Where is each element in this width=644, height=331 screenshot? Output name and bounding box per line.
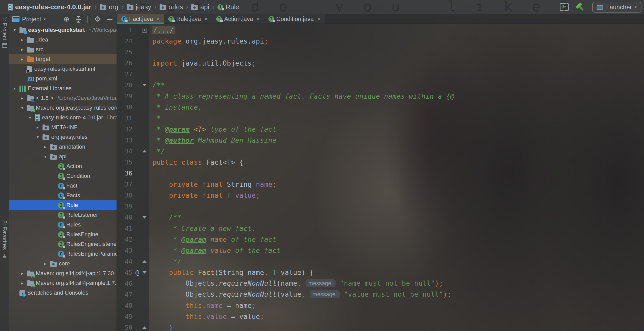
fold-marker-icon[interactable] xyxy=(141,84,148,86)
launcher-button[interactable]: Launcher ▾ xyxy=(592,2,641,13)
breadcrumb-item-rules[interactable]: rules xyxy=(160,3,183,11)
breadcrumb-item-rule[interactable]: IRule xyxy=(217,3,239,11)
tree-item-core[interactable]: ▸core xyxy=(9,259,117,268)
chevron-collapsed-icon[interactable]: ▸ xyxy=(19,37,25,43)
tool-button-project[interactable]: 1: Project xyxy=(0,16,9,48)
token-kw: this xyxy=(185,313,202,320)
tree-item-extra: ~/Workspace/easy-rules-q xyxy=(89,27,117,33)
chevron-down-icon[interactable]: ▾ xyxy=(44,17,46,22)
tab-condition-java[interactable]: ICondition.java× xyxy=(264,14,325,24)
close-tab-icon[interactable]: × xyxy=(317,15,321,23)
chevron-collapsed-icon[interactable]: ▸ xyxy=(19,47,25,52)
run-window-icon[interactable] xyxy=(560,3,569,11)
chevron-collapsed-icon[interactable]: ▸ xyxy=(35,125,40,130)
breadcrumb-item-easy-rules-core-4-0-0-jar[interactable]: easy-rules-core-4.0.0.jar xyxy=(8,3,91,11)
settings-gear-icon[interactable]: ⚙ xyxy=(94,16,101,23)
tree-item-easy-rules-quickstart-iml[interactable]: easy-rules-quickstart.iml xyxy=(9,64,117,74)
chevron-collapsed-icon[interactable]: ▸ xyxy=(19,96,25,101)
token-kw: ); xyxy=(443,291,451,298)
tool-button-favorites[interactable]: 2: Favorites ★ xyxy=(0,220,9,260)
tree-item-rulesengineparameters[interactable]: CRulesEngineParameters xyxy=(9,249,117,259)
tree-item-scratches-and-consoles[interactable]: Scratches and Consoles xyxy=(9,288,117,298)
breadcrumb-item-jeasy[interactable]: jeasy xyxy=(127,3,151,11)
close-tab-icon[interactable]: × xyxy=(204,15,208,23)
chevron-collapsed-icon[interactable]: ▸ xyxy=(43,261,48,266)
tab-rule-java[interactable]: IRule.java× xyxy=(164,14,212,24)
token-kw: final xyxy=(202,192,223,199)
breadcrumb-item-org[interactable]: org xyxy=(100,3,118,11)
tree-item-rules[interactable]: CRules xyxy=(9,220,117,230)
chevron-expanded-icon[interactable]: ▾ xyxy=(19,105,25,111)
token-pl: Fact< xyxy=(202,159,227,166)
tree-item-maven-org-slf4j-slf4j-simple-1-7-30[interactable]: ▸Maven: org.slf4j:slf4j-simple:1.7.30 xyxy=(9,278,117,288)
chevron-collapsed-icon[interactable]: ▸ xyxy=(19,271,25,276)
gutter-cell: 1+ xyxy=(117,25,149,36)
chevron-expanded-icon[interactable]: ▾ xyxy=(12,27,17,33)
tree-item-action[interactable]: IAction xyxy=(9,161,117,171)
chevron-collapsed-icon[interactable]: ▸ xyxy=(43,144,48,150)
project-panel-title[interactable]: Project xyxy=(22,16,41,23)
fold-marker-icon[interactable] xyxy=(141,150,148,152)
tab-label: Condition.java xyxy=(276,16,314,23)
token-typ: T xyxy=(227,192,231,199)
gutter-cell: 32 xyxy=(117,124,149,135)
tree-item-rulesengine[interactable]: IRulesEngine xyxy=(9,230,117,239)
tree-item-external-libraries[interactable]: ▾External Libraries xyxy=(9,84,117,93)
token-meth: Fact xyxy=(198,269,215,276)
hide-panel-icon[interactable] xyxy=(107,19,112,20)
chevron-expanded-icon[interactable]: ▾ xyxy=(12,86,17,91)
collapse-all-icon[interactable] xyxy=(76,19,81,20)
locate-icon[interactable]: ⊕ xyxy=(63,16,69,23)
tab-fact-java[interactable]: CFact.java× xyxy=(117,14,164,24)
tree-item-maven-org-slf4j-slf4j-api-1-7-30[interactable]: ▸Maven: org.slf4j:slf4j-api:1.7.30 xyxy=(9,268,117,278)
tree-item-org-jeasy-rules[interactable]: ▾org.jeasy.rules xyxy=(9,132,117,142)
tree-item-fact[interactable]: CFact xyxy=(9,181,117,191)
editor[interactable]: CFact.java×IRule.java×IAction.java×ICond… xyxy=(117,14,644,331)
build-hammer-icon[interactable] xyxy=(575,1,587,13)
tree-item-target[interactable]: ▸target xyxy=(9,54,117,64)
tree-item-rulesenginelistener[interactable]: IRulesEngineListener xyxy=(9,239,117,249)
chevron-expanded-icon[interactable]: ▾ xyxy=(35,135,40,140)
fold-marker-icon[interactable] xyxy=(141,260,148,263)
chevron-expanded-icon[interactable]: ▾ xyxy=(43,154,48,159)
line-number: 31 xyxy=(117,115,134,122)
maven-library-icon xyxy=(27,106,34,111)
tree-item-annotation[interactable]: ▸annotation xyxy=(9,142,117,152)
fold-marker-icon[interactable]: + xyxy=(141,28,148,33)
tree-item-rulelistener[interactable]: IRuleListener xyxy=(9,210,117,220)
breadcrumb-label: jeasy xyxy=(136,3,151,11)
tree-item-condition[interactable]: ICondition xyxy=(9,171,117,181)
fold-marker-icon[interactable] xyxy=(141,216,148,219)
token-kw: private xyxy=(169,181,198,188)
tab-action-java[interactable]: IAction.java× xyxy=(212,14,264,24)
interface-icon: I xyxy=(216,16,222,22)
tree-item-api[interactable]: ▾api xyxy=(9,152,117,161)
chevron-expanded-icon[interactable]: ▾ xyxy=(27,115,33,120)
tab-label: Rule.java xyxy=(176,16,201,23)
tree-item-label: Condition xyxy=(66,173,90,179)
close-tab-icon[interactable]: × xyxy=(156,15,160,23)
gutter-cell: 25 xyxy=(117,47,149,58)
tree-item-easy-rules-core-4-0-0-jar[interactable]: ▾easy-rules-core-4.0.0.jarlibrary root xyxy=(9,113,117,122)
tree-item-src[interactable]: ▸src xyxy=(9,45,117,54)
tree-item-easy-rules-quickstart[interactable]: ▾easy-rules-quickstart~/Workspace/easy-r… xyxy=(9,25,117,35)
tree-item-facts[interactable]: CFacts xyxy=(9,191,117,200)
close-tab-icon[interactable]: × xyxy=(256,15,260,23)
breadcrumb-item-api[interactable]: api xyxy=(191,3,209,11)
fold-marker-icon[interactable] xyxy=(141,271,148,274)
chevron-collapsed-icon[interactable]: ▸ xyxy=(19,281,25,286)
tree-item-maven-org-jeasy-easy-rules-core-4-0-0[interactable]: ▾Maven: org.jeasy:easy-rules-core:4.0.0 xyxy=(9,103,117,113)
token-pl xyxy=(198,181,202,188)
tree-item-label: Scratches and Consoles xyxy=(27,289,88,296)
code-area[interactable]: 1+/.../24package org.jeasy.rules.api;252… xyxy=(117,24,644,331)
fold-marker-icon[interactable] xyxy=(141,326,148,329)
class-icon: C xyxy=(58,192,64,199)
chevron-collapsed-icon[interactable]: ▸ xyxy=(19,57,25,62)
tree-item-rule[interactable]: IRule xyxy=(9,200,117,210)
tree-item-1-8[interactable]: ▸< 1.8 >/Library/Java/JavaVirtualMachine… xyxy=(9,93,117,103)
tree-item-label: src xyxy=(36,46,43,53)
tree-item-meta-inf[interactable]: ▸META-INF xyxy=(9,122,117,132)
tree-item-pom-xml[interactable]: mpom.xml xyxy=(9,74,117,84)
tree-item-idea[interactable]: ▸.idea xyxy=(9,35,117,45)
libraries-icon xyxy=(19,86,26,92)
